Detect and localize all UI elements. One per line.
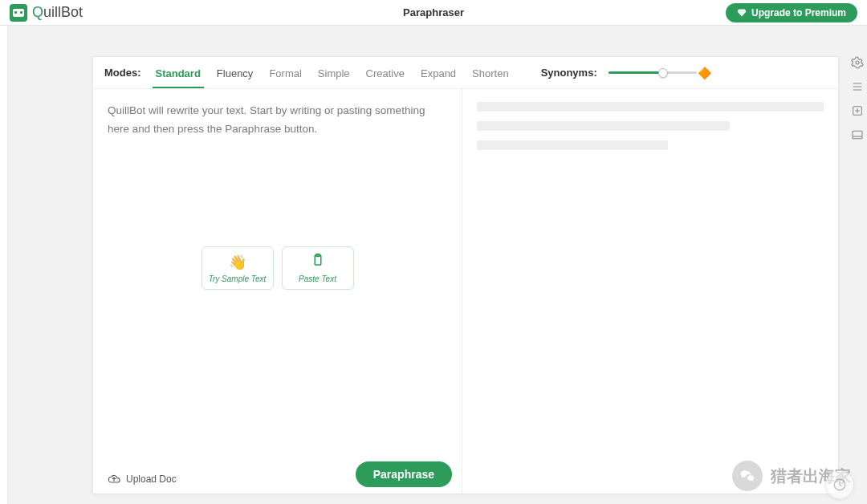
synonyms-label: Synonyms: bbox=[541, 67, 597, 79]
list-icon[interactable] bbox=[851, 80, 864, 93]
diamond-icon bbox=[737, 8, 747, 18]
brand-logo[interactable]: QuillBot bbox=[10, 4, 83, 22]
slider-fill bbox=[609, 71, 663, 74]
paste-text-button[interactable]: Paste Text bbox=[282, 246, 354, 290]
editor-panels: QuillBot will rewrite your text. Start b… bbox=[93, 89, 838, 494]
mode-tab-simple[interactable]: Simple bbox=[311, 59, 356, 87]
wave-icon: 👋 bbox=[229, 254, 246, 271]
modes-label: Modes: bbox=[104, 67, 141, 79]
mode-tab-formal[interactable]: Formal bbox=[263, 59, 307, 87]
quillbot-logo-icon bbox=[10, 4, 27, 22]
right-tool-rail bbox=[848, 56, 867, 141]
paraphrase-button[interactable]: Paraphrase bbox=[356, 461, 452, 487]
modes-tabbar: Modes: Standard Fluency Formal Simple Cr… bbox=[93, 57, 838, 89]
skeleton-line bbox=[477, 140, 668, 150]
upload-doc-button[interactable]: Upload Doc bbox=[108, 473, 177, 486]
page-title: Paraphraser bbox=[403, 6, 464, 18]
synonyms-slider[interactable]: 🔶 bbox=[609, 67, 697, 79]
svg-rect-4 bbox=[853, 131, 862, 138]
brand-name: QuillBot bbox=[32, 4, 83, 21]
skeleton-line bbox=[477, 121, 730, 131]
gear-icon[interactable] bbox=[851, 56, 864, 69]
upload-doc-label: Upload Doc bbox=[126, 474, 177, 485]
paste-text-label: Paste Text bbox=[299, 274, 336, 283]
export-icon[interactable] bbox=[851, 104, 864, 117]
cloud-upload-icon bbox=[108, 473, 120, 486]
skeleton-line bbox=[477, 102, 824, 112]
svg-point-2 bbox=[856, 61, 859, 64]
mode-tab-expand[interactable]: Expand bbox=[414, 59, 462, 87]
clipboard-icon bbox=[311, 253, 325, 271]
upgrade-premium-button[interactable]: Upgrade to Premium bbox=[726, 3, 857, 22]
mode-tab-fluency[interactable]: Fluency bbox=[210, 59, 260, 87]
paraphraser-card: Modes: Standard Fluency Formal Simple Cr… bbox=[92, 56, 839, 494]
slider-thumb[interactable] bbox=[658, 68, 668, 78]
try-sample-button[interactable]: 👋 Try Sample Text bbox=[201, 246, 274, 290]
mode-tab-shorten[interactable]: Shorten bbox=[466, 59, 515, 87]
input-placeholder: QuillBot will rewrite your text. Start b… bbox=[108, 102, 447, 139]
input-panel[interactable]: QuillBot will rewrite your text. Start b… bbox=[93, 89, 462, 494]
mode-tab-creative[interactable]: Creative bbox=[360, 59, 411, 87]
output-panel bbox=[462, 89, 838, 494]
top-bar: QuillBot Paraphraser Upgrade to Premium bbox=[0, 0, 867, 26]
mode-tab-standard[interactable]: Standard bbox=[149, 59, 207, 87]
main-area: Modes: Standard Fluency Formal Simple Cr… bbox=[0, 26, 867, 504]
panel-icon[interactable] bbox=[851, 128, 864, 141]
diamond-icon: 🔶 bbox=[698, 67, 711, 79]
try-sample-label: Try Sample Text bbox=[209, 274, 267, 283]
upgrade-label: Upgrade to Premium bbox=[751, 7, 846, 18]
input-quick-actions: 👋 Try Sample Text Paste Text bbox=[201, 246, 354, 290]
left-sidebar-strip bbox=[0, 26, 8, 504]
